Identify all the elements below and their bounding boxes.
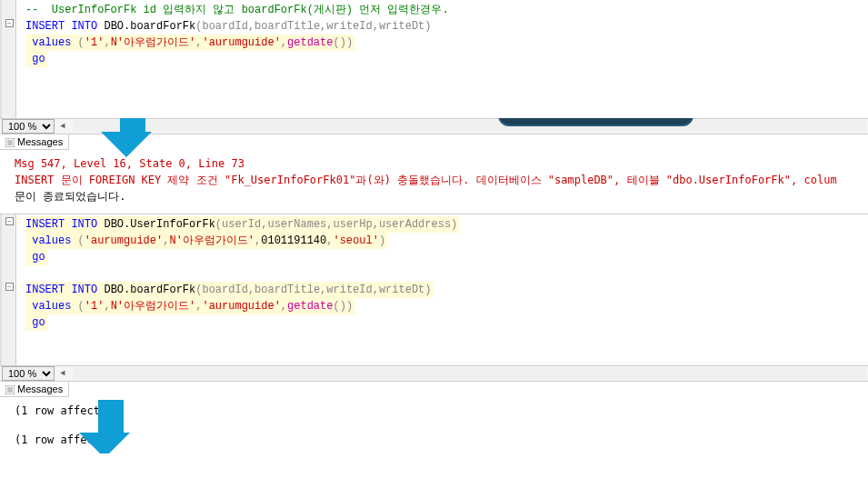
messages-tab-label: Messages xyxy=(17,383,63,394)
messages-icon xyxy=(5,138,15,147)
zoom-select[interactable]: 100 % xyxy=(2,366,55,381)
horizontal-scrollbar[interactable] xyxy=(73,120,866,133)
collapse-toggle-icon[interactable]: − xyxy=(5,19,14,27)
rows-affected-line: (1 row affected) xyxy=(15,432,853,448)
sql-insert-statement: INSERT INTO DBO.boardForFk(boardId,board… xyxy=(25,282,434,298)
arrow-down-icon xyxy=(92,400,130,453)
zoom-toolbar: 100 % ◄ xyxy=(0,365,868,382)
zoom-select[interactable]: 100 % xyxy=(2,119,55,134)
scroll-left-icon[interactable]: ◄ xyxy=(56,367,69,380)
sql-go: go xyxy=(25,314,47,331)
collapse-toggle-icon[interactable]: − xyxy=(5,283,14,291)
code-editor-pane-1[interactable]: -- UserInfoForFk id 입력하지 않고 boardForFk(게… xyxy=(0,0,868,118)
sql-go: go xyxy=(25,249,47,265)
sql-go: go xyxy=(25,51,47,67)
scroll-left-icon[interactable]: ◄ xyxy=(56,120,69,133)
sql-values-clause: values ('1',N'아우럼가이드','aurumguide',getda… xyxy=(25,35,354,51)
sql-values-clause: values ('aurumguide',N'아우럼가이드',010119114… xyxy=(25,233,387,249)
rows-affected-line: (1 row affected) xyxy=(15,403,853,419)
messages-tab[interactable]: Messages xyxy=(0,382,69,397)
terminated-line: 문이 종료되었습니다. xyxy=(15,188,853,204)
error-line: Msg 547, Level 16, State 0, Line 73 xyxy=(15,155,853,172)
messages-output-2[interactable]: (1 row affected) (1 row affected) xyxy=(0,397,868,453)
sql-insert-statement: INSERT INTO DBO.boardForFk(boardId,board… xyxy=(18,18,868,35)
sql-values-clause: values ('1',N'아우럼가이드','aurumguide',getda… xyxy=(25,298,354,314)
horizontal-scrollbar[interactable] xyxy=(73,367,866,380)
sql-comment: -- UserInfoForFk id 입력하지 않고 boardForFk(게… xyxy=(25,4,449,16)
error-detail: INSERT 문이 FOREIGN KEY 제약 조건 "Fk_UserInfo… xyxy=(15,172,853,188)
messages-tab[interactable]: Messages xyxy=(0,134,69,150)
messages-tab-label: Messages xyxy=(17,136,63,147)
code-editor-pane-2[interactable]: − INSERT INTO DBO.UserInfoForFk(userId,u… xyxy=(0,214,868,365)
messages-icon xyxy=(5,385,15,394)
collapse-toggle-icon[interactable]: − xyxy=(5,217,14,225)
messages-output-1[interactable]: Msg 547, Level 16, State 0, Line 73 INSE… xyxy=(0,150,868,210)
messages-tabbar: Messages xyxy=(0,382,868,397)
sql-insert-statement: INSERT INTO DBO.UserInfoForFk(userId,use… xyxy=(25,216,459,233)
editor-gutter xyxy=(2,0,16,118)
